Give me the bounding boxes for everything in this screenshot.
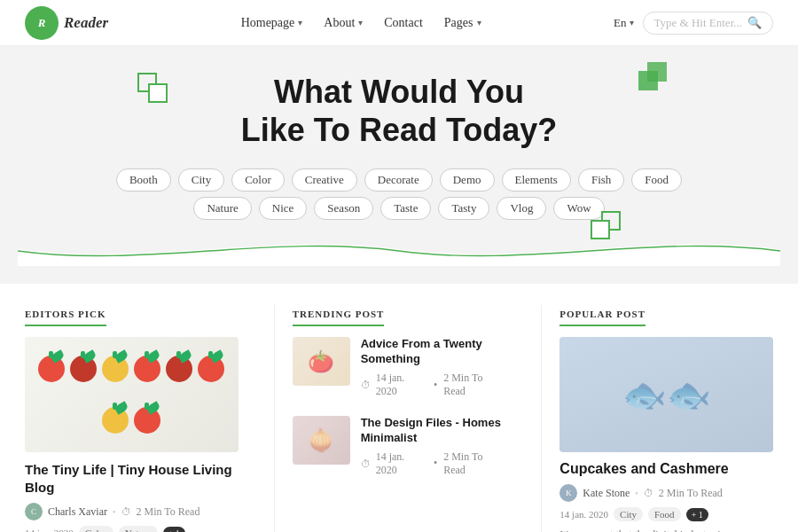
logo-text: Reader bbox=[64, 14, 108, 32]
apple-8 bbox=[134, 407, 160, 434]
nav-contact[interactable]: Contact bbox=[384, 16, 423, 30]
trending-meta-1: ⏱ 14 jan. 2020 • 2 Min To Read bbox=[361, 372, 506, 398]
clock-icon: ⏱ bbox=[121, 506, 131, 517]
editors-post-title[interactable]: The Tiny Life | Tiny House Living Blog bbox=[25, 461, 239, 496]
fish-icon: 🐟🐟 bbox=[622, 374, 711, 416]
pizza-image: 🍅 bbox=[293, 337, 350, 386]
tag-color[interactable]: Color bbox=[79, 526, 113, 532]
language-selector[interactable]: En ▾ bbox=[614, 16, 633, 30]
read-time: 2 Min To Read bbox=[659, 487, 723, 500]
trending-post-2: 🧅 The Design Files - Homes Minimalist ⏱ … bbox=[293, 416, 506, 482]
onion-image: 🧅 bbox=[293, 416, 350, 465]
tag-food[interactable]: Food bbox=[631, 168, 682, 192]
search-icon: 🔍 bbox=[747, 16, 762, 30]
chevron-down-icon: ▾ bbox=[630, 18, 634, 27]
avatar: K bbox=[559, 484, 577, 502]
popular-post-section: POPULAR POST 🐟🐟 Cupcakes and Cashmere K … bbox=[559, 305, 773, 532]
popular-post-title: POPULAR POST bbox=[559, 309, 645, 326]
tag-demo[interactable]: Demo bbox=[440, 168, 495, 192]
tag-fish[interactable]: Fish bbox=[578, 168, 624, 192]
chevron-down-icon: ▾ bbox=[477, 18, 481, 27]
tag-elements[interactable]: Elements bbox=[502, 168, 571, 192]
nav-pages[interactable]: Pages ▾ bbox=[444, 16, 481, 30]
tag-taste[interactable]: Taste bbox=[380, 197, 431, 220]
tag-list-2: Nature Nice Season Taste Tasty Vlog Wow bbox=[18, 197, 780, 220]
popular-excerpt: It's no secret that the digital industry… bbox=[559, 527, 773, 532]
clock-icon: ⏱ bbox=[361, 379, 371, 390]
author-name: Charls Xaviar bbox=[48, 505, 107, 519]
tag-nature[interactable]: Nature bbox=[119, 526, 158, 532]
wave-divider bbox=[18, 231, 780, 266]
trending-thumb-1[interactable]: 🍅 bbox=[293, 337, 350, 386]
more-tags[interactable]: + 1 bbox=[163, 527, 185, 532]
trending-post-section: TRENDING POST 🍅 Advice From a Twenty Som… bbox=[293, 305, 524, 532]
header-right: En ▾ Type & Hit Enter... 🔍 bbox=[614, 12, 773, 35]
apple-3 bbox=[102, 356, 129, 382]
content-area: EDITORS PICK The Tiny Life | Tiny House … bbox=[0, 284, 798, 532]
tag-city[interactable]: City bbox=[614, 507, 643, 521]
tag-wow[interactable]: Wow bbox=[553, 197, 604, 220]
hero-section: What Would You Like To Read Today? Booth… bbox=[0, 46, 798, 284]
trending-post-1: 🍅 Advice From a Twenty Something ⏱ 14 ja… bbox=[293, 337, 506, 403]
divider-1 bbox=[274, 305, 275, 532]
clock-icon: ⏱ bbox=[361, 458, 371, 469]
popular-author-row: K Kate Stone • ⏱ 2 Min To Read bbox=[559, 484, 773, 502]
tag-booth[interactable]: Booth bbox=[116, 168, 171, 192]
divider-2 bbox=[541, 305, 542, 532]
read-time-2: 14 jan. 2020 • 2 Min To Read bbox=[376, 450, 506, 477]
trending-meta-2: ⏱ 14 jan. 2020 • 2 Min To Read bbox=[361, 450, 506, 477]
popular-image[interactable]: 🐟🐟 bbox=[559, 337, 773, 452]
apples-decoration bbox=[25, 337, 239, 452]
apple-6 bbox=[198, 356, 224, 382]
chevron-down-icon: ▾ bbox=[298, 18, 302, 27]
read-time: 2 Min To Read bbox=[137, 505, 200, 519]
deco-box-a2 bbox=[148, 83, 168, 103]
main-nav: Homepage ▾ About ▾ Contact Pages ▾ bbox=[241, 16, 481, 30]
more-tags[interactable]: + 1 bbox=[686, 508, 708, 521]
tag-creative[interactable]: Creative bbox=[292, 168, 357, 192]
trending-info-2: The Design Files - Homes Minimalist ⏱ 14… bbox=[361, 416, 506, 482]
fish-decoration: 🐟🐟 bbox=[559, 337, 773, 452]
apple-2 bbox=[70, 356, 97, 382]
post-date: 14 jan. 2020 bbox=[559, 509, 608, 520]
trending-post-title: TRENDING POST bbox=[293, 309, 385, 326]
tag-season[interactable]: Season bbox=[314, 197, 373, 220]
apple-1 bbox=[38, 356, 65, 382]
tag-nature[interactable]: Nature bbox=[193, 197, 251, 220]
tag-nice[interactable]: Nice bbox=[259, 197, 308, 220]
chevron-down-icon: ▾ bbox=[358, 18, 363, 27]
tag-color[interactable]: Color bbox=[231, 168, 285, 192]
editors-pick-image[interactable] bbox=[25, 337, 239, 452]
author-row: C Charls Xaviar • ⏱ 2 Min To Read bbox=[25, 503, 239, 520]
editors-pick-title: EDITORS PICK bbox=[25, 309, 106, 326]
nav-homepage[interactable]: Homepage ▾ bbox=[241, 16, 303, 30]
post-date: 14 jan. 2020 bbox=[25, 528, 74, 532]
tag-city[interactable]: City bbox=[178, 168, 224, 192]
editors-pick-section: EDITORS PICK The Tiny Life | Tiny House … bbox=[25, 305, 256, 532]
trending-info-1: Advice From a Twenty Something ⏱ 14 jan.… bbox=[361, 337, 506, 403]
read-time-1: 14 jan. 2020 • 2 Min To Read bbox=[376, 372, 506, 398]
nav-about[interactable]: About ▾ bbox=[324, 16, 363, 30]
trending-title-2[interactable]: The Design Files - Homes Minimalist bbox=[361, 416, 506, 446]
trending-thumb-2[interactable]: 🧅 bbox=[293, 416, 350, 465]
tag-food[interactable]: Food bbox=[648, 507, 681, 521]
apple-5 bbox=[166, 356, 192, 382]
deco-box-b2 bbox=[647, 62, 667, 82]
trending-title-1[interactable]: Advice From a Twenty Something bbox=[361, 337, 506, 367]
apple-4 bbox=[134, 356, 160, 382]
popular-post-title-text[interactable]: Cupcakes and Cashmere bbox=[559, 461, 773, 477]
logo-icon: R bbox=[25, 6, 59, 40]
tag-tasty[interactable]: Tasty bbox=[438, 197, 489, 220]
tag-vlog[interactable]: Vlog bbox=[497, 197, 546, 220]
search-box[interactable]: Type & Hit Enter... 🔍 bbox=[643, 12, 773, 35]
header: R Reader Homepage ▾ About ▾ Contact Page… bbox=[0, 0, 798, 46]
hero-title: What Would You Like To Read Today? bbox=[18, 73, 780, 149]
tag-decorate[interactable]: Decorate bbox=[364, 168, 433, 192]
apple-7 bbox=[102, 407, 129, 434]
popular-meta-row: 14 jan. 2020 City Food + 1 bbox=[559, 507, 773, 521]
logo[interactable]: R Reader bbox=[25, 6, 108, 40]
avatar: C bbox=[25, 503, 43, 520]
meta-row: 14 jan. 2020 Color Nature + 1 bbox=[25, 526, 239, 532]
clock-icon: ⏱ bbox=[644, 488, 653, 498]
author-name: Kate Stone bbox=[583, 487, 630, 500]
